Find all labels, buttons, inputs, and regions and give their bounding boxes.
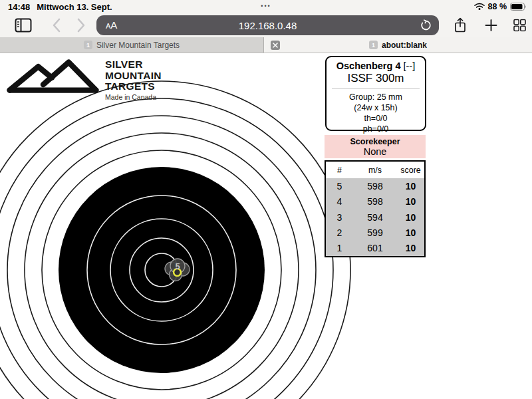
close-tab-button[interactable] [271, 41, 280, 50]
shot-score: 10 [397, 241, 425, 257]
shot-score: 10 [397, 225, 425, 241]
shots-table: # m/s score 5 598 10 4 598 10 3 [325, 160, 426, 257]
target-info-box[interactable]: Oschenberg 4 [--] ISSF 300m Group: 25 mm… [325, 56, 426, 131]
target-name: Oschenberg 4 [--] [327, 61, 425, 71]
date-label: Mittwoch 13. Sept. [37, 2, 112, 12]
target-graphic: 5 [0, 53, 532, 399]
shot-velocity: 601 [353, 241, 397, 257]
shot-velocity: 598 [353, 194, 397, 210]
ipad-safari-screen: 14:48 Mittwoch 13. Sept. ••• 88 % [0, 0, 532, 399]
shot-velocity: 598 [353, 178, 397, 194]
reload-icon[interactable] [420, 19, 432, 31]
logo-tagline: Made in Canada [105, 93, 162, 101]
new-tab-icon[interactable] [485, 19, 497, 32]
table-row[interactable]: 3 594 10 [325, 209, 425, 225]
shot-number: 3 [325, 209, 353, 225]
col-header-score: score [397, 161, 425, 178]
shot-score: 10 [397, 194, 425, 210]
tab-title: about:blank [382, 41, 427, 50]
table-row[interactable]: 4 598 10 [325, 194, 425, 210]
group-size: Group: 25 mm [327, 92, 425, 102]
scorekeeper-box[interactable]: Scorekeeper None [325, 135, 426, 158]
col-header-number: # [325, 161, 353, 178]
browser-toolbar: AA 192.168.0.48 [0, 13, 532, 37]
status-bar: 14:48 Mittwoch 13. Sept. ••• 88 % [0, 0, 532, 13]
silver-mountain-logo: SILVER MOUNTAIN TARGETS Made in Canada [5, 59, 162, 101]
ph-counter: ph=0/0 [327, 124, 425, 134]
shot-score: 10 [397, 178, 425, 194]
webpage-content: 5 SILVER MOUNTAIN TARGETS Made in Canada [0, 53, 532, 399]
tab-favicon: 1 [84, 41, 92, 49]
latest-shot-number: 5 [175, 261, 180, 271]
shot-number: 5 [325, 178, 353, 194]
battery-icon [510, 3, 527, 11]
clock: 14:48 [8, 2, 30, 12]
shot-velocity: 599 [353, 225, 397, 241]
scorekeeper-value: None [325, 146, 426, 157]
tab-bar: 1 Silver Mountain Targets 1 about:blank [0, 37, 532, 53]
col-header-velocity: m/s [353, 161, 397, 178]
close-icon [273, 43, 278, 48]
tab-title: Silver Mountain Targets [96, 41, 180, 50]
table-header-row: # m/s score [325, 161, 425, 178]
shot-number: 1 [325, 241, 353, 257]
shot-score: 10 [397, 209, 425, 225]
bullseye-black [59, 167, 265, 373]
group-dimensions: (24w x 15h) [327, 102, 425, 113]
tab-favicon: 1 [369, 41, 378, 49]
url-text[interactable]: 192.168.0.48 [96, 20, 439, 31]
tab-silver-mountain-targets[interactable]: 1 Silver Mountain Targets [0, 37, 264, 53]
discipline-label: ISSF 300m [327, 72, 425, 85]
wifi-icon [474, 3, 485, 11]
address-bar[interactable]: AA 192.168.0.48 [96, 15, 439, 35]
share-icon[interactable] [454, 17, 467, 33]
forward-button-icon[interactable] [76, 18, 86, 33]
battery-percent: 88 % [488, 2, 507, 11]
shot-number: 2 [325, 225, 353, 241]
tab-overview-icon[interactable] [513, 19, 526, 32]
logo-word-mountain: MOUNTAIN [105, 70, 162, 82]
table-row[interactable]: 2 599 10 [325, 225, 425, 241]
logo-word-silver: SILVER [105, 59, 162, 70]
info-divider [332, 88, 420, 89]
th-counter: th=0/0 [327, 113, 425, 124]
text-size-button[interactable]: AA [106, 19, 117, 31]
shot-number: 4 [325, 194, 353, 210]
mountain-logo-icon [5, 59, 100, 96]
scorekeeper-label: Scorekeeper [325, 137, 426, 146]
back-button-icon[interactable] [52, 18, 61, 33]
sidebar-toggle-icon[interactable] [15, 18, 32, 33]
tab-about-blank[interactable]: 1 about:blank [264, 37, 532, 53]
logo-word-targets: TARGETS [105, 81, 162, 92]
table-row[interactable]: 1 601 10 [325, 241, 425, 257]
status-overflow-dots-icon: ••• [261, 3, 271, 9]
table-row[interactable]: 5 598 10 [325, 178, 425, 194]
shot-velocity: 594 [353, 209, 397, 225]
